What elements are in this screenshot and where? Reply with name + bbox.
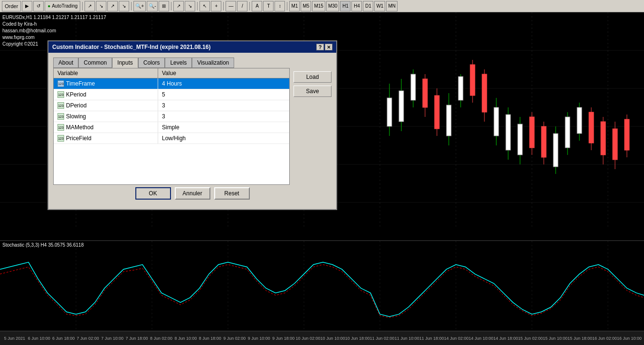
timeline-label-13: 10 Jun 10:00 [320, 336, 345, 341]
cell-pricefield-var: 123 PriceField [54, 133, 158, 144]
tab-common[interactable]: Common [78, 58, 112, 68]
cross-tool[interactable]: + [211, 1, 221, 11]
mn-btn[interactable]: MN [386, 1, 398, 11]
stochastic-chart: Stochastic (5,3,3) H4 35.0575 36.6118 [0, 240, 644, 331]
autotrading-icon: ● [47, 3, 50, 9]
help-button[interactable]: ? [316, 44, 324, 50]
table-empty-space [54, 144, 289, 184]
svg-rect-54 [625, 119, 629, 150]
m15-btn[interactable]: M15 [312, 1, 325, 11]
coded-by: Coded by Kira-h [2, 21, 106, 28]
table-row-pricefield[interactable]: 123 PriceField Low/High [54, 133, 289, 144]
chart-type2[interactable]: ↘ [185, 1, 195, 11]
zoom-out-btn[interactable]: 🔍- [147, 1, 158, 11]
reset-button[interactable]: Reset [214, 187, 250, 200]
svg-rect-22 [435, 96, 439, 129]
timeline-label-17: 11 Jun 18:00 [419, 336, 444, 341]
timeline-label-2: 6 Jun 18:00 [51, 336, 76, 341]
timeline-bar: 5 Jun 2021 6 Jun 10:00 6 Jun 18:00 7 Jun… [0, 331, 644, 345]
table-row-slowing[interactable]: 123 Slowing 3 [54, 111, 289, 122]
cell-mamethod-var: 123 MAMethod [54, 122, 158, 133]
ok-button[interactable]: OK [135, 187, 171, 200]
sep1 [82, 2, 83, 10]
m5-btn[interactable]: M5 [301, 1, 311, 11]
w1-btn[interactable]: W1 [374, 1, 385, 11]
m30-btn[interactable]: M30 [326, 1, 339, 11]
timeline-label-7: 8 Jun 10:00 [173, 336, 198, 341]
cancel-button[interactable]: Annuler [175, 187, 210, 200]
timeline-label-11: 9 Jun 18:00 [271, 336, 295, 341]
zoom-in-btn[interactable]: 🔍+ [133, 1, 146, 11]
timeline-label-19: 14 Jun 10:00 [469, 336, 493, 341]
timeline-label-4: 7 Jun 10:00 [100, 336, 124, 341]
line-tool1[interactable]: — [226, 1, 236, 11]
chart-type1[interactable]: ↗ [173, 1, 184, 11]
save-button[interactable]: Save [294, 86, 331, 97]
timeline-label-22: 15 Jun 10:00 [543, 336, 568, 341]
svg-rect-42 [553, 134, 558, 167]
tab-visualization[interactable]: Visualization [192, 58, 234, 68]
svg-rect-16 [399, 91, 404, 122]
arrows-tool[interactable]: ↕ [275, 1, 285, 11]
inputs-table-section: Variable Value 123 TimeFrame 4 Hours [53, 67, 290, 185]
h4-btn[interactable]: H4 [351, 1, 362, 11]
var-icon-dperiod: 123 [57, 102, 64, 109]
indicator-btn1[interactable]: ↗ [85, 1, 95, 11]
timeline-label-20: 14 Jun 18:00 [493, 336, 518, 341]
sep3 [171, 2, 171, 10]
h1-btn[interactable]: H1 [340, 1, 350, 11]
table-row-kperiod[interactable]: 123 KPeriod 5 [54, 89, 289, 100]
custom-indicator-dialog: Custom Indicator - Stochastic_MTF-Ind (e… [47, 40, 337, 210]
grid-btn[interactable]: ⊞ [159, 1, 169, 11]
timeline-label-15: 11 Jun 02:00 [370, 336, 395, 341]
tab-colors[interactable]: Colors [138, 58, 165, 68]
tab-inputs[interactable]: Inputs [112, 58, 138, 68]
table-row-timeframe[interactable]: 123 TimeFrame 4 Hours [54, 78, 289, 89]
m1-btn[interactable]: M1 [289, 1, 300, 11]
tab-levels[interactable]: Levels [165, 58, 192, 68]
timeline-label-24: 16 Jun 02:00 [592, 336, 617, 341]
indicator-btn3[interactable]: ↗ [107, 1, 118, 11]
svg-rect-14 [387, 98, 392, 126]
svg-rect-44 [565, 117, 570, 148]
tab-about[interactable]: About [53, 58, 78, 68]
stochastic-svg [0, 241, 644, 331]
svg-rect-48 [589, 112, 594, 143]
email: hassan.mb@hotmail.com [2, 28, 106, 34]
arrow-tool[interactable]: ↖ [199, 1, 210, 11]
var-icon-mamethod: 123 [57, 124, 64, 131]
text-tool2[interactable]: T [263, 1, 274, 11]
text-tool[interactable]: A [252, 1, 262, 11]
dialog-title: Custom Indicator - Stochastic_MTF-Ind (e… [52, 44, 210, 50]
dialog-body: About Common Inputs Colors Levels Visual… [48, 53, 336, 209]
timeline-label-12: 10 Jun 02:00 [295, 336, 320, 341]
table-row-dperiod[interactable]: 123 DPeriod 3 [54, 100, 289, 111]
d1-btn[interactable]: D1 [363, 1, 373, 11]
cell-pricefield-val: Low/High [158, 133, 289, 144]
close-button[interactable]: ✕ [325, 44, 332, 50]
timeline-label-10: 9 Jun 10:00 [247, 336, 271, 341]
svg-rect-34 [506, 115, 511, 150]
dialog-content: Variable Value 123 TimeFrame 4 Hours [53, 67, 331, 185]
line-tool2[interactable]: / [237, 1, 247, 11]
svg-rect-46 [577, 107, 582, 134]
svg-rect-40 [541, 126, 546, 157]
arrow-btn[interactable]: ▶ [22, 1, 32, 11]
indicator-btn4[interactable]: ↘ [119, 1, 129, 11]
load-button[interactable]: Load [294, 71, 331, 83]
timeline-label-3: 7 Jun 02:00 [76, 336, 100, 341]
timeline-label-21: 15 Jun 02:00 [518, 336, 543, 341]
dialog-tabs: About Common Inputs Colors Levels Visual… [53, 58, 331, 68]
indicator-btn2[interactable]: ↘ [96, 1, 106, 11]
svg-rect-36 [518, 124, 522, 155]
order-button[interactable]: Order [2, 1, 21, 11]
sep7 [287, 2, 287, 10]
cell-mamethod-val: Simple [158, 122, 289, 133]
refresh-btn[interactable]: ↺ [33, 1, 44, 11]
timeline-label-23: 15 Jun 18:00 [568, 336, 592, 341]
symbol-price: EURUSDx,H1 1.21184 1.21217 1.21117 1.211… [2, 14, 106, 21]
col-value: Value [158, 68, 289, 78]
autotrading-btn[interactable]: ● AutoTrading [45, 1, 80, 11]
table-row-mamethod[interactable]: 123 MAMethod Simple [54, 122, 289, 133]
svg-rect-28 [470, 65, 475, 96]
